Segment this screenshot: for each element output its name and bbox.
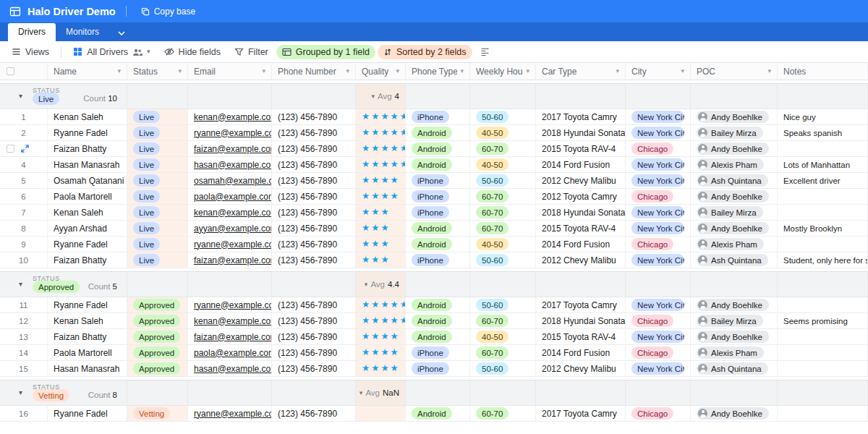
cell-poc[interactable]: Andy Boehlke (691, 141, 778, 156)
row-number-cell[interactable]: 7 (0, 205, 48, 220)
row-number-cell[interactable]: 2 (0, 125, 48, 140)
cell-city[interactable]: New York City (626, 205, 691, 220)
cell-phone[interactable]: (123) 456-7890 (272, 297, 356, 312)
cell-name[interactable]: Paola Martorell (48, 189, 127, 204)
cell-status[interactable]: Live (127, 173, 188, 188)
cell-weekly-hours[interactable]: 60-70 (470, 205, 536, 220)
cell-phone[interactable]: (123) 456-7890 (272, 361, 356, 376)
column-header-car-type[interactable]: Car Type▾ (536, 63, 626, 80)
cell-email[interactable]: osamah@example.com (188, 173, 272, 188)
cell-phone[interactable]: (123) 456-7890 (272, 173, 356, 188)
cell-email[interactable]: ryanne@example.com (188, 125, 272, 140)
cell-poc[interactable]: Andy Boehlke (691, 406, 778, 421)
cell-car-type[interactable]: 2017 Toyota Camry (536, 109, 626, 124)
cell-quality[interactable]: ★★★★ (356, 173, 406, 188)
cell-weekly-hours[interactable]: 50-60 (470, 297, 536, 312)
row-number-cell[interactable]: 10 (0, 252, 48, 268)
column-header-phone-type[interactable]: Phone Type▾ (406, 63, 470, 80)
column-header-weekly-hours[interactable]: Weekly Hours▾ (470, 63, 536, 80)
view-selector[interactable]: All Drivers ▾ (67, 45, 156, 59)
cell-notes[interactable] (778, 297, 868, 312)
tabs-chevron-down-icon[interactable] (109, 31, 134, 41)
cell-notes[interactable]: Excellent driver (778, 173, 868, 188)
cell-weekly-hours[interactable]: 40-50 (470, 157, 536, 172)
cell-status[interactable]: Approved (127, 361, 188, 376)
collapse-group-icon[interactable]: ▾ (19, 281, 22, 288)
cell-phone[interactable]: (123) 456-7890 (272, 189, 356, 204)
cell-city[interactable]: New York City (626, 109, 691, 124)
cell-car-type[interactable]: 2012 Chevy Malibu (536, 361, 626, 376)
cell-city[interactable]: New York City (626, 297, 691, 312)
cell-notes[interactable]: Speaks spanish (778, 125, 868, 140)
group-summary-cell[interactable]: ▾Avg4.4 (356, 272, 406, 297)
cell-email[interactable]: paola@example.com (188, 345, 272, 360)
cell-car-type[interactable]: 2018 Hyundai Sonata (536, 125, 626, 140)
cell-weekly-hours[interactable]: 60-70 (470, 406, 536, 421)
cell-poc[interactable]: Andy Boehlke (691, 109, 778, 124)
cell-name[interactable]: Ryanne Fadel (48, 297, 127, 312)
cell-status[interactable]: Approved (127, 329, 188, 344)
cell-notes[interactable]: Lots of Manhattan (778, 157, 868, 172)
cell-phone-type[interactable]: iPhone (406, 205, 470, 220)
cell-phone-type[interactable]: Android (406, 237, 470, 252)
row-number-cell[interactable]: 8 (0, 221, 48, 236)
cell-email[interactable]: faizan@example.com (188, 329, 272, 344)
cell-name[interactable]: Ryanne Fadel (48, 125, 127, 140)
cell-weekly-hours[interactable]: 60-70 (470, 345, 536, 360)
cell-phone[interactable]: (123) 456-7890 (272, 237, 356, 252)
cell-weekly-hours[interactable]: 50-60 (470, 361, 536, 376)
cell-phone-type[interactable]: iPhone (406, 109, 470, 124)
cell-quality[interactable]: ★★★ (356, 252, 406, 268)
group-button[interactable]: Grouped by 1 field (276, 45, 375, 59)
cell-name[interactable]: Kenan Saleh (48, 205, 127, 220)
row-number-cell[interactable]: 12 (0, 313, 48, 328)
cell-city[interactable]: New York City (626, 125, 691, 140)
cell-phone[interactable]: (123) 456-7890 (272, 329, 356, 344)
cell-poc[interactable]: Ash Quintana (691, 361, 778, 376)
cell-car-type[interactable]: 2014 Ford Fusion (536, 237, 626, 252)
cell-weekly-hours[interactable]: 60-70 (470, 141, 536, 156)
cell-notes[interactable]: Mostly Brooklyn (778, 221, 868, 236)
cell-phone[interactable]: (123) 456-7890 (272, 157, 356, 172)
cell-city[interactable]: Chicago (626, 237, 691, 252)
cell-car-type[interactable]: 2017 Toyota Camry (536, 406, 626, 421)
cell-phone[interactable]: (123) 456-7890 (272, 221, 356, 236)
cell-weekly-hours[interactable]: 60-70 (470, 189, 536, 204)
cell-notes[interactable] (778, 345, 868, 360)
cell-phone-type[interactable]: Android (406, 221, 470, 236)
expand-record-icon[interactable] (21, 145, 29, 153)
cell-name[interactable]: Faizan Bhatty (48, 252, 127, 268)
cell-quality[interactable]: ★★★★ (356, 345, 406, 360)
select-all-checkbox[interactable] (7, 67, 14, 75)
cell-poc[interactable]: Andy Boehlke (691, 221, 778, 236)
cell-poc[interactable]: Alexis Pham (691, 157, 778, 172)
collapse-group-icon[interactable]: ▾ (19, 389, 22, 396)
cell-name[interactable]: Ryanne Fadel (48, 237, 127, 252)
cell-name[interactable]: Hasan Manasrah (48, 157, 127, 172)
column-header-email[interactable]: Email▾ (188, 63, 272, 80)
cell-status[interactable]: Live (127, 189, 188, 204)
column-header-poc[interactable]: POC▾ (691, 63, 778, 80)
cell-quality[interactable]: ★★★★★ (356, 125, 406, 140)
cell-poc[interactable]: Andy Boehlke (691, 297, 778, 312)
cell-email[interactable]: ayyan@example.com (188, 221, 272, 236)
cell-status[interactable]: Approved (127, 345, 188, 360)
cell-quality[interactable]: ★★★★★ (356, 297, 406, 312)
cell-city[interactable]: Chicago (626, 406, 691, 421)
row-number-cell[interactable]: 1 (0, 109, 48, 124)
cell-car-type[interactable]: 2015 Toyota RAV-4 (536, 141, 626, 156)
cell-phone-type[interactable]: iPhone (406, 361, 470, 376)
cell-poc[interactable]: Bailey Mirza (691, 313, 778, 328)
cell-weekly-hours[interactable]: 40-50 (470, 329, 536, 344)
cell-email[interactable]: hasan@example.com (188, 157, 272, 172)
cell-quality[interactable]: ★★★★ (356, 329, 406, 344)
row-number-cell[interactable]: 9 (0, 237, 48, 252)
row-number-cell[interactable]: 15 (0, 361, 48, 376)
row-number-cell[interactable]: 6 (0, 189, 48, 204)
cell-status[interactable]: Live (127, 221, 188, 236)
cell-name[interactable]: Kenan Saleh (48, 313, 127, 328)
cell-email[interactable]: ryanne@example.com (188, 237, 272, 252)
cell-phone-type[interactable]: iPhone (406, 345, 470, 360)
cell-phone[interactable]: (123) 456-7890 (272, 109, 356, 124)
cell-name[interactable]: Paola Martorell (48, 345, 127, 360)
